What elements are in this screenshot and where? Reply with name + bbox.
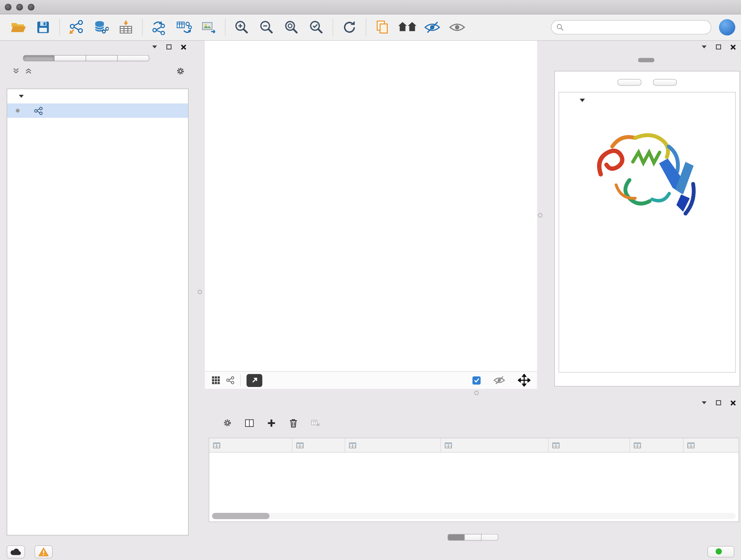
tab-network-table[interactable] <box>482 534 498 541</box>
network-options-gear-icon[interactable] <box>176 67 185 75</box>
hidden-items-eye-icon <box>493 375 506 385</box>
pan-crosshair-icon[interactable] <box>518 374 530 387</box>
tab-edge-table[interactable] <box>465 534 482 541</box>
search-icon <box>556 23 564 31</box>
tab-string-results[interactable] <box>638 58 655 63</box>
show-panels-button[interactable] <box>445 16 470 38</box>
right-splitter-handle[interactable] <box>538 213 542 218</box>
window-zoom-button[interactable] <box>28 4 35 10</box>
panel-float-icon[interactable] <box>714 398 723 407</box>
section-collapse-icon[interactable] <box>579 98 586 103</box>
table-type-tabs <box>205 534 741 541</box>
network-view-mode-icon[interactable] <box>226 376 234 385</box>
left-splitter-handle[interactable] <box>198 290 202 294</box>
panel-menu-icon[interactable] <box>700 43 709 51</box>
search-box[interactable] <box>551 20 712 35</box>
import-network-from-file-button[interactable] <box>64 16 89 38</box>
column-header-name[interactable] <box>293 438 345 452</box>
import-table-from-file-button[interactable] <box>114 16 138 38</box>
help-button[interactable] <box>719 19 735 36</box>
show-columns-icon[interactable] <box>245 419 254 427</box>
refresh-layout-button[interactable] <box>337 16 362 38</box>
horizontal-splitter-handle[interactable] <box>475 391 479 395</box>
cell-description[interactable] <box>549 453 630 466</box>
network-row-selected[interactable] <box>7 104 188 118</box>
tab-style[interactable] <box>55 55 86 62</box>
network-graph-canvas[interactable] <box>205 41 537 371</box>
home-panels-button[interactable] <box>395 16 420 38</box>
main-toolbar <box>0 14 741 41</box>
expand-all-networks-icon[interactable] <box>24 67 32 75</box>
zoom-out-button[interactable] <box>254 16 279 38</box>
hide-panels-button[interactable] <box>420 16 445 38</box>
horizontal-scrollbar[interactable] <box>212 513 736 519</box>
network-collection-row[interactable] <box>7 89 188 104</box>
window-minimize-button[interactable] <box>16 4 23 10</box>
disclosure-triangle-icon[interactable] <box>19 95 24 98</box>
tab-network[interactable] <box>23 55 55 62</box>
application-window <box>0 0 741 560</box>
zoom-in-icon <box>234 20 250 35</box>
new-network-from-selection-button[interactable] <box>146 16 172 38</box>
grid-view-icon[interactable] <box>212 376 220 385</box>
tab-sets[interactable] <box>118 55 149 62</box>
warnings-button[interactable] <box>35 545 53 558</box>
tab-select[interactable] <box>86 55 118 62</box>
open-in-new-window-button[interactable] <box>247 374 263 387</box>
image-export-icon <box>201 20 216 35</box>
selected-nodes-checkbox[interactable] <box>473 376 481 384</box>
save-session-button[interactable] <box>30 16 56 38</box>
column-header-namespace[interactable] <box>684 438 739 452</box>
delete-column-icon[interactable] <box>289 419 298 427</box>
panel-close-icon[interactable] <box>729 398 737 407</box>
zoom-fit-button[interactable] <box>279 16 304 38</box>
open-session-button[interactable] <box>6 16 30 38</box>
panel-menu-icon[interactable] <box>700 398 709 407</box>
expand-all-button[interactable] <box>617 79 642 86</box>
panel-menu-icon[interactable] <box>150 43 159 51</box>
import-network-icon <box>68 20 84 35</box>
collapse-all-button[interactable] <box>653 79 677 86</box>
column-header-id[interactable] <box>630 438 684 452</box>
zoom-selected-button[interactable] <box>304 16 329 38</box>
new-network-from-table-button[interactable] <box>172 16 196 38</box>
column-type-icon <box>552 442 560 448</box>
cell-database-identifier[interactable] <box>441 453 549 466</box>
collapse-all-networks-icon[interactable] <box>11 67 20 75</box>
search-input[interactable] <box>567 23 706 31</box>
zoom-out-icon <box>259 20 274 35</box>
control-panel <box>4 41 192 544</box>
cell-id[interactable] <box>630 453 684 466</box>
table-toolbar <box>205 409 741 434</box>
string-results-body <box>554 71 740 387</box>
import-network-from-database-button[interactable] <box>89 16 114 38</box>
cell-shared-name[interactable] <box>209 453 293 466</box>
column-header-description[interactable] <box>549 438 630 452</box>
panel-close-icon[interactable] <box>729 43 737 51</box>
window-close-button[interactable] <box>5 4 11 10</box>
memory-button[interactable] <box>708 546 734 558</box>
column-header-shared-name[interactable] <box>209 438 293 452</box>
results-panel <box>551 41 741 394</box>
panel-float-icon[interactable] <box>714 43 723 51</box>
annotation-copy-button[interactable] <box>370 16 395 38</box>
panel-float-icon[interactable] <box>165 43 173 51</box>
column-header-canonical-name[interactable] <box>345 438 441 452</box>
zoom-in-button[interactable] <box>229 16 254 38</box>
table-settings-gear-icon[interactable] <box>223 419 232 427</box>
add-column-icon[interactable] <box>267 419 276 427</box>
cell-namespace[interactable] <box>684 453 739 466</box>
delete-table-icon[interactable] <box>311 419 320 427</box>
panel-close-icon[interactable] <box>179 43 188 51</box>
cell-name[interactable] <box>293 453 345 466</box>
network-view-toolbar <box>205 371 537 389</box>
table-row[interactable] <box>209 453 739 466</box>
export-image-button[interactable] <box>196 16 221 38</box>
cell-canonical-name[interactable] <box>345 453 441 466</box>
scrollbar-thumb[interactable] <box>212 513 270 519</box>
cloud-status-button[interactable] <box>7 545 25 558</box>
column-header-database-identifier[interactable] <box>441 438 549 452</box>
status-bar <box>0 544 741 560</box>
tab-node-table[interactable] <box>448 534 465 541</box>
open-folder-icon <box>10 20 26 35</box>
